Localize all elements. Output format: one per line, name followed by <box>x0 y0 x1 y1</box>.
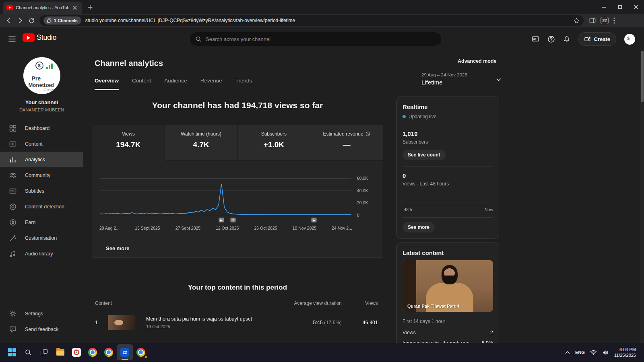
wifi-icon[interactable] <box>590 350 597 356</box>
taskbar-search-button[interactable] <box>20 344 36 360</box>
tray-chevron-up-icon[interactable] <box>565 351 570 354</box>
channel-avatar[interactable]: $ Pre Monetized Channel <box>23 57 60 94</box>
window-close-button[interactable] <box>628 0 644 14</box>
notifications-bell-icon[interactable] <box>563 35 570 43</box>
profile-badge: 22 <box>120 348 129 357</box>
feedback-history-icon[interactable] <box>532 35 539 43</box>
tab-trends[interactable]: Trends <box>235 78 252 90</box>
chrome-button-3[interactable] <box>133 344 149 360</box>
sidebar-item-audio-library[interactable]: Audio library <box>0 246 83 261</box>
latest-video-thumbnail[interactable]: Quran Pak Tilawat Part 4 <box>402 260 493 312</box>
video-publish-marker[interactable]: ▶ <box>219 218 224 222</box>
dollar-coin-icon: $ <box>35 62 43 70</box>
colorful-app-button[interactable] <box>68 344 85 360</box>
window-minimize-button[interactable] <box>596 0 612 14</box>
video-title[interactable]: Mein thora suta pia hum is waja ss tabuy… <box>146 316 293 322</box>
chrome-icon <box>88 348 97 357</box>
start-button[interactable] <box>4 344 20 360</box>
tab-overview[interactable]: Overview <box>95 78 119 90</box>
video-thumbnail[interactable] <box>108 315 135 330</box>
tab-audience[interactable]: Audience <box>164 78 187 90</box>
window-maximize-button[interactable] <box>612 0 628 14</box>
search-input[interactable] <box>206 36 436 42</box>
metric-watch-time[interactable]: Watch time (hours) 4.7K <box>165 125 237 160</box>
sidebar-item-content-detection[interactable]: Content detection <box>0 199 83 214</box>
studio-logo[interactable]: Studio <box>23 33 56 42</box>
sidebar-item-customisation[interactable]: Customisation <box>0 230 83 246</box>
chrome-button-2[interactable] <box>101 344 117 360</box>
browser-tab[interactable]: Channel analytics - YouTube Stu <box>3 2 82 14</box>
volume-icon[interactable] <box>602 350 609 356</box>
tab-close-icon[interactable] <box>72 4 78 11</box>
forward-icon[interactable] <box>14 15 26 26</box>
url-text[interactable]: studio.youtube.com/channel/UCI_jDJP-QCPq… <box>85 18 570 23</box>
date-range-picker[interactable]: 29 Aug – 24 Nov 2025 Lifetime <box>421 72 496 86</box>
side-panel-icon[interactable] <box>589 17 596 24</box>
feedback-bubble-icon <box>9 326 17 333</box>
analytics-right-column: Realtime Updating live 1,019 Subscribers… <box>396 51 499 343</box>
latest-content-title: Latest content <box>402 249 493 256</box>
browser-menu-icon[interactable] <box>613 17 615 24</box>
colorful-app-icon <box>72 348 81 357</box>
task-view-button[interactable] <box>36 344 52 360</box>
tab-count-badge[interactable]: 22 <box>601 17 609 24</box>
language-indicator[interactable]: ENG <box>575 350 585 355</box>
video-date: 19 Oct 2025 <box>146 324 293 329</box>
address-bar[interactable]: 1 Channels studio.youtube.com/channel/UC… <box>39 15 584 26</box>
avg-view-duration-pct: (17.5%) <box>324 320 342 325</box>
sidebar-item-content[interactable]: Content <box>0 136 83 152</box>
reload-icon[interactable] <box>26 15 37 26</box>
page-scrollbar[interactable] <box>640 51 644 343</box>
views-headline: Your channel has had 194,718 views so fa… <box>92 101 383 110</box>
create-button[interactable]: Create <box>578 32 616 46</box>
latest-period-label: First 14 days 1 hour <box>402 319 493 324</box>
sidebar-item-earn[interactable]: Earn <box>0 214 83 230</box>
taskbar-clock[interactable]: 6:04 PM 11/25/2025 <box>614 347 636 358</box>
video-publish-marker-group[interactable]: 3 <box>231 218 236 222</box>
new-tab-button[interactable] <box>85 2 96 13</box>
chrome-icon <box>136 348 145 357</box>
bookmark-star-icon[interactable] <box>574 18 580 24</box>
sidebar-item-community[interactable]: Community <box>0 167 83 183</box>
see-more-button[interactable]: See more <box>92 239 383 257</box>
channel-owner-name: DANANEER MUBEEN <box>0 107 83 112</box>
sidebar-item-analytics[interactable]: Analytics <box>0 152 83 167</box>
window-controls <box>596 0 644 14</box>
studio-header: Studio Create $ <box>0 27 644 51</box>
search-icon <box>25 349 32 356</box>
sidebar-item-settings[interactable]: Settings <box>0 306 83 321</box>
studio-search[interactable] <box>189 32 442 46</box>
table-row[interactable]: 1 Mein thora suta pia hum is waja ss tab… <box>92 310 383 335</box>
see-live-count-button[interactable]: See live count <box>402 150 446 160</box>
active-browser-window-button[interactable]: 22 <box>117 344 133 360</box>
metric-subscribers[interactable]: Subscribers +1.0K <box>237 125 310 160</box>
windows-taskbar: 22 ENG 6:04 PM 11/25/2025 <box>0 343 644 362</box>
video-publish-marker[interactable]: ▶ <box>312 218 317 222</box>
account-avatar[interactable]: $ <box>624 34 635 45</box>
metric-views[interactable]: Views 194.7K <box>92 125 165 160</box>
sparkline-axis-start: -48 h <box>402 207 412 212</box>
your-channel-label: Your channel <box>0 99 83 105</box>
metric-estimated-revenue[interactable]: Estimated revenue — <box>310 125 383 160</box>
tab-revenue[interactable]: Revenue <box>200 78 222 90</box>
menu-hamburger-icon[interactable] <box>7 34 17 44</box>
top-content-heading: Your top content in this period <box>92 284 383 292</box>
realtime-see-more-button[interactable]: See more <box>402 222 435 232</box>
file-explorer-button[interactable] <box>52 344 68 360</box>
column-views: Views <box>342 300 378 306</box>
latest-video-title: Quran Pak Tilawat Part 4 <box>407 304 459 309</box>
advanced-mode-button[interactable]: Advanced mode <box>458 58 497 64</box>
channels-chip[interactable]: 1 Channels <box>43 16 81 25</box>
tab-content[interactable]: Content <box>132 78 151 90</box>
chrome-button-1[interactable] <box>85 344 101 360</box>
back-icon[interactable] <box>3 15 14 26</box>
sidebar-item-send-feedback[interactable]: Send feedback <box>0 321 83 337</box>
scrollbar-thumb[interactable] <box>641 51 644 102</box>
sidebar-item-dashboard[interactable]: Dashboard <box>0 120 83 136</box>
views-chart[interactable]: 60.0K 40.0K 20.0K 0 ▶ 3 ▶ <box>100 178 351 215</box>
chart-x-axis: 29 Aug 2... 13 Sept 2025 27 Sept 2025 12… <box>99 226 352 230</box>
help-icon[interactable] <box>547 35 555 43</box>
sidebar-item-subtitles[interactable]: Subtitles <box>0 183 83 199</box>
navbar-right: 22 <box>586 17 618 24</box>
youtube-logo-icon <box>23 33 35 42</box>
